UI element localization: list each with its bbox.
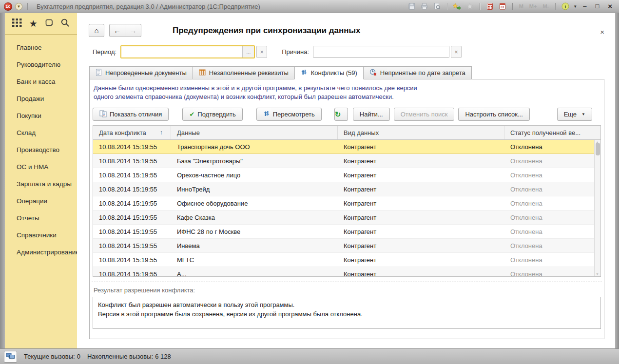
print-preview-icon[interactable] <box>432 1 442 11</box>
reason-field <box>313 46 449 58</box>
main-menu-dropdown-icon[interactable]: ▼ <box>15 3 22 10</box>
info-icon[interactable]: i <box>561 1 570 11</box>
sections-menu-icon[interactable] <box>12 19 22 29</box>
favorite-icon[interactable] <box>465 1 475 11</box>
history-icon[interactable] <box>44 18 54 29</box>
chevron-down-icon: ▼ <box>581 112 585 116</box>
tab-unfilled-attributes[interactable]: Незаполненные реквизиты <box>193 66 294 79</box>
tab-rejected-by-date[interactable]: Непринятые по дате запрета <box>364 66 472 79</box>
sidebar-item-spravochniki[interactable]: Справочники <box>5 227 77 244</box>
sidebar-item-os-i-nma[interactable]: ОС и НМА <box>5 158 77 175</box>
cell-kind: Контрагент <box>338 242 504 249</box>
svg-text:31: 31 <box>501 5 504 9</box>
table-row[interactable]: 10.08.2014 15:19:55 Кафе Сказка Контраге… <box>93 211 600 225</box>
table-row[interactable]: 10.08.2014 15:19:55 А... Контрагент Откл… <box>93 267 600 277</box>
cell-kind: Контрагент <box>338 270 504 277</box>
table-row[interactable]: 10.08.2014 15:19:55 Транспортная дочь ОО… <box>93 140 600 154</box>
confirm-button[interactable]: ✔ Подтвердить <box>182 108 242 121</box>
info-dropdown-icon[interactable]: ▼ <box>573 4 577 9</box>
period-clear-button[interactable]: × <box>256 46 267 58</box>
page-close-icon[interactable]: × <box>600 28 604 36</box>
cell-status: Отклонена <box>504 214 600 221</box>
window-title: Бухгалтерия предприятия, редакция 3.0 / … <box>37 3 404 10</box>
sidebar-item-proizvodstvo[interactable]: Производство <box>5 141 77 158</box>
find-button[interactable]: Найти... <box>353 108 390 121</box>
section-divider <box>92 282 602 282</box>
calendar-icon[interactable]: 31 <box>498 1 507 11</box>
sidebar-item-otchety[interactable]: Отчеты <box>5 210 77 227</box>
favorites-icon[interactable]: ★ <box>29 19 38 28</box>
cell-date: 10.08.2014 15:19:55 <box>93 200 171 207</box>
sidebar-item-glavnoe[interactable]: Главное <box>5 39 77 56</box>
page-title: Предупреждения при синхронизации данных <box>173 26 361 36</box>
more-button[interactable]: Еще ▼ <box>557 108 592 121</box>
maximize-button[interactable]: □ <box>592 1 602 11</box>
window-frame-left <box>0 13 5 348</box>
configure-list-button[interactable]: Настроить список... <box>458 108 529 121</box>
current-calls-value: 0 <box>77 353 80 360</box>
table-row[interactable]: 10.08.2014 15:19:55 ИФНС 28 по г Москве … <box>93 225 600 239</box>
memory-mminus-icon[interactable]: M- <box>541 3 550 9</box>
column-header-status[interactable]: Статус полученной ве... <box>504 126 600 139</box>
add-favorite-icon[interactable] <box>452 1 462 11</box>
table-row[interactable]: 10.08.2014 15:19:55 ИнноТрейд Контрагент… <box>93 182 600 196</box>
tab-unposted-documents[interactable]: Непроведенные документы <box>89 66 193 79</box>
sidebar-item-operacii[interactable]: Операции <box>5 192 77 210</box>
column-header-date[interactable]: Дата конфликта ↑ <box>93 126 171 139</box>
cell-kind: Контрагент <box>338 200 504 207</box>
home-button[interactable]: ⌂ <box>89 24 104 37</box>
cancel-search-button[interactable]: Отменить поиск <box>394 108 455 121</box>
sidebar: ★ Главное Руководителю Банк и касса Прод… <box>5 13 77 348</box>
sidebar-item-sklad[interactable]: Склад <box>5 124 77 141</box>
vertical-scrollbar[interactable]: ▲ ▼ <box>594 140 600 276</box>
forward-button[interactable]: → <box>125 24 141 37</box>
calculator-icon[interactable] <box>485 1 495 11</box>
tab-conflicts[interactable]: Конфликты (59) <box>294 66 364 79</box>
sidebar-item-prodazhi[interactable]: Продажи <box>5 90 77 107</box>
cell-date: 10.08.2014 15:19:55 <box>93 157 171 165</box>
table-row[interactable]: 10.08.2014 15:19:55 МГТС Контрагент Откл… <box>93 253 600 267</box>
reason-input[interactable] <box>313 46 449 57</box>
reason-clear-button[interactable]: × <box>451 46 462 58</box>
total-calls-label: Накопленные вызовы: <box>87 353 153 360</box>
refresh-button[interactable]: ↻ <box>334 108 348 121</box>
table-grid-icon <box>199 69 206 77</box>
cell-kind: Контрагент <box>338 143 504 151</box>
table-row[interactable]: 10.08.2014 15:19:55 База "Электротовары"… <box>93 154 600 168</box>
diff-icon <box>99 110 107 119</box>
memory-mplus-icon[interactable]: M+ <box>528 3 539 9</box>
cell-data: ИФНС 28 по г Москве <box>171 228 338 235</box>
review-button[interactable]: Пересмотреть <box>256 108 322 121</box>
total-calls-value: 6 128 <box>155 353 171 360</box>
sidebar-item-bank-i-kassa[interactable]: Банк и касса <box>5 73 77 90</box>
minimize-button[interactable]: – <box>580 1 589 11</box>
info-text: Данные были одновременно изменены в этой… <box>94 84 604 101</box>
cell-date: 10.08.2014 15:19:55 <box>93 256 171 264</box>
period-input[interactable] <box>121 46 242 57</box>
search-icon[interactable] <box>60 18 70 29</box>
server-calls-icon[interactable] <box>4 351 17 363</box>
back-button[interactable]: ← <box>109 24 125 37</box>
column-header-kind[interactable]: Вид данных <box>338 126 504 139</box>
sort-asc-icon: ↑ <box>160 129 163 136</box>
scrollbar-thumb[interactable] <box>596 143 600 155</box>
sidebar-item-zarplata[interactable]: Зарплата и кадры <box>5 175 77 192</box>
show-differences-button[interactable]: Показать отличия <box>93 108 169 121</box>
close-button[interactable]: × <box>605 1 615 11</box>
cell-date: 10.08.2014 15:19:55 <box>93 270 171 277</box>
table-row[interactable]: 10.08.2014 15:19:55 Орехов-частное лицо … <box>93 168 600 182</box>
period-more-button[interactable]: ... <box>242 46 254 57</box>
cell-date: 10.08.2014 15:19:55 <box>93 186 171 193</box>
scroll-down-icon[interactable]: ▼ <box>596 272 599 276</box>
table-row[interactable]: 10.08.2014 15:19:55 Офисное оборудование… <box>93 196 600 211</box>
1c-logo[interactable]: 1с <box>4 2 12 11</box>
table-row[interactable]: 10.08.2014 15:19:55 Инвема Контрагент От… <box>93 239 600 253</box>
print-icon[interactable] <box>420 1 429 11</box>
sidebar-item-rukovoditelyu[interactable]: Руководителю <box>5 56 77 73</box>
column-header-data[interactable]: Данные <box>171 126 338 139</box>
save-icon[interactable] <box>407 1 417 11</box>
sidebar-item-administrirovanie[interactable]: Администрирование <box>5 244 77 261</box>
memory-m-icon[interactable]: M <box>518 3 525 9</box>
cell-status: Отклонена <box>504 256 600 264</box>
sidebar-item-pokupki[interactable]: Покупки <box>5 107 77 124</box>
